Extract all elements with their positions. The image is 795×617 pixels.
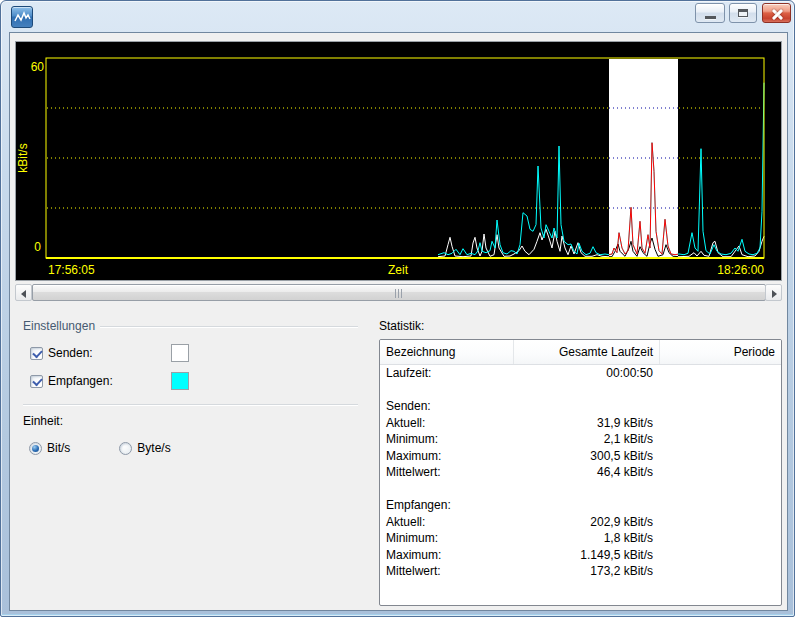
table-row[interactable]: Maximum:1.149,5 kBit/s: [380, 547, 781, 564]
table-cell-label: Maximum:: [380, 448, 513, 465]
maximize-icon: [738, 9, 748, 17]
statistics-table-header: Bezeichnung Gesamte Laufzeit Periode: [380, 340, 781, 365]
table-cell-label: [380, 382, 513, 399]
unit-option-bytes[interactable]: Byte/s: [119, 441, 170, 455]
table-cell-gesamte_laufzeit: 300,5 kBit/s: [513, 448, 659, 465]
table-cell-periode: [659, 415, 780, 432]
arrow-right-icon: [772, 290, 777, 298]
table-cell-periode: [659, 431, 780, 448]
table-row[interactable]: [380, 481, 781, 498]
table-cell-label: Empfangen:: [380, 497, 513, 514]
column-header-bezeichnung[interactable]: Bezeichnung: [380, 340, 513, 364]
minimize-button[interactable]: [695, 3, 725, 23]
statistics-section: Statistik: Bezeichnung Gesamte Laufzeit …: [379, 319, 782, 607]
table-cell-gesamte_laufzeit: [513, 481, 659, 498]
y-min-label: 0: [34, 240, 41, 254]
table-cell-label: [380, 481, 513, 498]
app-window: 60 0 kBit/s 17:56:05 Zeit 18:26:00 Ei: [0, 0, 795, 617]
chart-selection-band: [609, 59, 678, 258]
table-cell-periode: [659, 464, 780, 481]
table-cell-periode: [659, 530, 780, 547]
grip-dots-icon: [395, 289, 403, 298]
send-checkbox-label: Senden:: [48, 346, 93, 360]
receive-checkbox[interactable]: [30, 375, 43, 388]
send-row: Senden:: [30, 345, 93, 361]
table-cell-label: Mittelwert:: [380, 563, 513, 580]
table-row[interactable]: Maximum:300,5 kBit/s: [380, 448, 781, 465]
send-checkbox[interactable]: [30, 347, 43, 360]
table-cell-periode: [659, 365, 780, 382]
table-cell-periode: [659, 547, 780, 564]
column-header-periode[interactable]: Periode: [659, 340, 780, 364]
table-cell-gesamte_laufzeit: 2,1 kBit/s: [513, 431, 659, 448]
receive-row: Empfangen:: [30, 373, 113, 389]
y-axis-title: kBit/s: [16, 143, 30, 172]
app-waveform-icon[interactable]: [11, 6, 33, 28]
table-cell-periode: [659, 398, 780, 415]
close-button[interactable]: [762, 3, 791, 23]
y-max-label: 60: [31, 60, 45, 74]
byte-per-s-label: Byte/s: [137, 441, 170, 455]
table-cell-gesamte_laufzeit: 31,9 kBit/s: [513, 415, 659, 432]
x-axis-title: Zeit: [388, 263, 409, 277]
table-row[interactable]: Aktuell:202,9 kBit/s: [380, 514, 781, 531]
table-cell-periode: [659, 448, 780, 465]
table-cell-periode: [659, 563, 780, 580]
radio-dot-icon: [32, 445, 39, 452]
table-cell-label: Aktuell:: [380, 415, 513, 432]
table-row[interactable]: Mittelwert:46,4 kBit/s: [380, 464, 781, 481]
table-row[interactable]: Minimum:2,1 kBit/s: [380, 431, 781, 448]
scroll-right-button[interactable]: [765, 284, 782, 301]
send-color-swatch[interactable]: [171, 344, 189, 362]
table-cell-gesamte_laufzeit: 173,2 kBit/s: [513, 563, 659, 580]
unit-radio-group: Bit/s Byte/s: [29, 441, 171, 455]
table-cell-label: Senden:: [380, 398, 513, 415]
settings-group-header: Einstellungen: [23, 319, 358, 333]
table-cell-gesamte_laufzeit: 202,9 kBit/s: [513, 514, 659, 531]
table-cell-periode: [659, 481, 780, 498]
table-cell-label: Mittelwert:: [380, 464, 513, 481]
scrollbar-thumb[interactable]: [32, 284, 766, 301]
table-row[interactable]: Senden:: [380, 398, 781, 415]
byte-per-s-radio[interactable]: [119, 442, 132, 455]
table-row[interactable]: Laufzeit:00:00:50: [380, 365, 781, 382]
table-row[interactable]: Empfangen:: [380, 497, 781, 514]
group-header-rule: [100, 326, 358, 327]
table-cell-gesamte_laufzeit: [513, 497, 659, 514]
check-icon: [32, 375, 43, 386]
chart-horizontal-scrollbar[interactable]: [15, 284, 782, 301]
table-row[interactable]: Aktuell:31,9 kBit/s: [380, 415, 781, 432]
table-row[interactable]: [380, 382, 781, 399]
table-cell-gesamte_laufzeit: 46,4 kBit/s: [513, 464, 659, 481]
settings-group-label: Einstellungen: [23, 319, 95, 333]
table-row[interactable]: Minimum:1,8 kBit/s: [380, 530, 781, 547]
table-cell-gesamte_laufzeit: [513, 382, 659, 399]
maximize-button[interactable]: [729, 3, 757, 23]
table-cell-gesamte_laufzeit: 00:00:50: [513, 365, 659, 382]
traffic-chart-panel[interactable]: 60 0 kBit/s 17:56:05 Zeit 18:26:00: [15, 41, 782, 281]
titlebar[interactable]: [1, 1, 794, 33]
table-cell-label: Maximum:: [380, 547, 513, 564]
x-start-label: 17:56:05: [48, 263, 95, 277]
table-row[interactable]: Mittelwert:173,2 kBit/s: [380, 563, 781, 580]
receive-color-swatch[interactable]: [171, 372, 189, 390]
close-icon: [771, 8, 784, 20]
arrow-left-icon: [21, 290, 26, 298]
column-header-gesamte-laufzeit[interactable]: Gesamte Laufzeit: [513, 340, 659, 364]
statistics-label: Statistik:: [379, 319, 424, 333]
table-cell-label: Aktuell:: [380, 514, 513, 531]
statistics-table-body: Laufzeit:00:00:50Senden:Aktuell:31,9 kBi…: [380, 365, 781, 580]
scroll-left-button[interactable]: [15, 284, 32, 301]
table-cell-gesamte_laufzeit: 1.149,5 kBit/s: [513, 547, 659, 564]
bit-per-s-radio[interactable]: [29, 442, 42, 455]
bit-per-s-label: Bit/s: [47, 441, 70, 455]
traffic-chart[interactable]: 60 0 kBit/s 17:56:05 Zeit 18:26:00: [16, 42, 781, 280]
check-icon: [32, 347, 43, 358]
settings-divider: [23, 404, 358, 405]
table-cell-label: Minimum:: [380, 530, 513, 547]
table-cell-gesamte_laufzeit: 1,8 kBit/s: [513, 530, 659, 547]
table-cell-periode: [659, 382, 780, 399]
table-cell-periode: [659, 497, 780, 514]
unit-option-bits[interactable]: Bit/s: [29, 441, 70, 455]
table-cell-label: Laufzeit:: [380, 365, 513, 382]
